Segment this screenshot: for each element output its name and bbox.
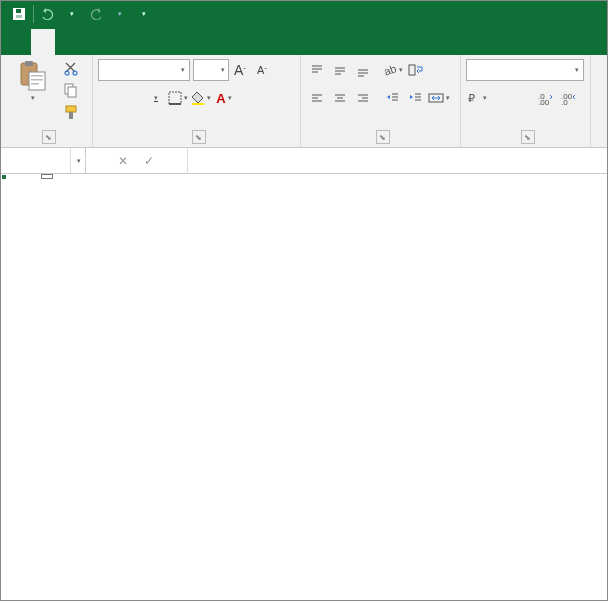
tab-home[interactable] [31,29,55,55]
name-box-dropdown[interactable]: ▾ [70,148,85,173]
accounting-format-button[interactable]: ₽▾ [466,87,488,109]
name-box-tooltip [41,174,53,179]
svg-point-10 [65,71,69,75]
italic-button[interactable] [121,87,143,109]
paste-icon [16,60,48,92]
svg-rect-3 [16,15,22,18]
percent-format-button[interactable] [489,87,511,109]
tab-layout[interactable] [83,29,107,55]
tab-insert[interactable] [57,29,81,55]
tab-file[interactable] [5,29,29,55]
svg-text:.0: .0 [561,98,568,105]
font-name-combo[interactable]: ▾ [98,59,190,81]
undo-dropdown[interactable]: ▾ [60,1,84,27]
align-right-button[interactable] [352,87,374,109]
wrap-text-button[interactable] [405,59,427,81]
border-button[interactable]: ▾ [167,87,189,109]
svg-rect-5 [25,61,33,66]
svg-text:₽: ₽ [468,92,475,104]
worksheet[interactable] [1,174,607,601]
tab-formulas[interactable] [109,29,133,55]
number-format-combo[interactable]: ▾ [466,59,584,81]
align-left-button[interactable] [306,87,328,109]
tab-review[interactable] [161,29,185,55]
cancel-entry-button[interactable]: ✕ [110,148,136,174]
align-middle-button[interactable] [329,59,351,81]
decrease-decimal-button[interactable]: .00.0 [558,87,580,109]
orientation-button[interactable]: ab▾ [382,59,404,81]
svg-point-11 [73,71,77,75]
format-painter-button[interactable] [60,102,82,122]
decrease-font-button[interactable]: Aˇ [251,59,273,81]
clipboard-launcher[interactable]: ⬊ [42,130,56,144]
tab-data[interactable] [135,29,159,55]
name-box[interactable]: ▾ [1,148,86,173]
svg-rect-7 [31,75,43,77]
svg-rect-2 [16,9,21,13]
name-box-input[interactable] [1,148,70,173]
redo-button[interactable] [84,1,108,27]
group-alignment: ab▾ ▾ ⬊ [301,55,461,147]
svg-rect-8 [31,79,43,81]
svg-rect-18 [192,103,204,105]
font-color-button[interactable]: A ▾ [213,87,235,109]
insert-function-button[interactable] [162,148,188,174]
ribbon: ▾ ⬊ ▾ [1,55,607,148]
save-button[interactable] [7,1,31,27]
svg-rect-29 [409,65,415,75]
align-top-button[interactable] [306,59,328,81]
paste-button[interactable]: ▾ [6,58,58,102]
qat-customize[interactable]: ▾ [132,1,156,27]
svg-rect-14 [66,106,76,112]
svg-rect-16 [169,92,181,104]
align-center-button[interactable] [329,87,351,109]
number-launcher[interactable]: ⬊ [521,130,535,144]
svg-rect-6 [29,72,45,90]
quick-access-toolbar: ▾ ▾ ▾ [1,1,156,27]
cut-button[interactable] [60,58,82,78]
align-launcher[interactable]: ⬊ [376,130,390,144]
comma-format-button[interactable] [512,87,534,109]
increase-indent-button[interactable] [405,87,427,109]
bold-button[interactable] [98,87,120,109]
copy-button[interactable] [60,80,82,100]
svg-text:.00: .00 [538,98,550,105]
group-number: ▾ ₽▾ .0.00 .00.0 ⬊ [461,55,591,147]
decrease-indent-button[interactable] [382,87,404,109]
svg-rect-9 [31,83,39,85]
merge-button[interactable]: ▾ [428,87,450,109]
formula-input[interactable] [188,148,607,173]
font-launcher[interactable]: ⬊ [192,130,206,144]
increase-decimal-button[interactable]: .0.00 [535,87,557,109]
fill-color-button[interactable]: ▾ [190,87,212,109]
align-bottom-button[interactable] [352,59,374,81]
formula-bar: ▾ ✕ ✓ [1,148,607,174]
document-title [156,1,607,27]
underline-button[interactable]: ▾ [144,87,166,109]
svg-rect-15 [69,112,73,119]
undo-button[interactable] [36,1,60,27]
svg-rect-13 [68,87,76,97]
svg-text:ab: ab [383,63,397,77]
redo-dropdown[interactable]: ▾ [108,1,132,27]
font-size-combo[interactable]: ▾ [193,59,229,81]
confirm-entry-button[interactable]: ✓ [136,148,162,174]
ribbon-tabs [1,27,607,55]
group-clipboard: ▾ ⬊ [1,55,93,147]
title-bar: ▾ ▾ ▾ [1,1,607,27]
group-font: ▾ ▾ Aˆ Aˇ ▾ ▾ ▾ A [93,55,301,147]
increase-font-button[interactable]: Aˆ [229,59,251,81]
